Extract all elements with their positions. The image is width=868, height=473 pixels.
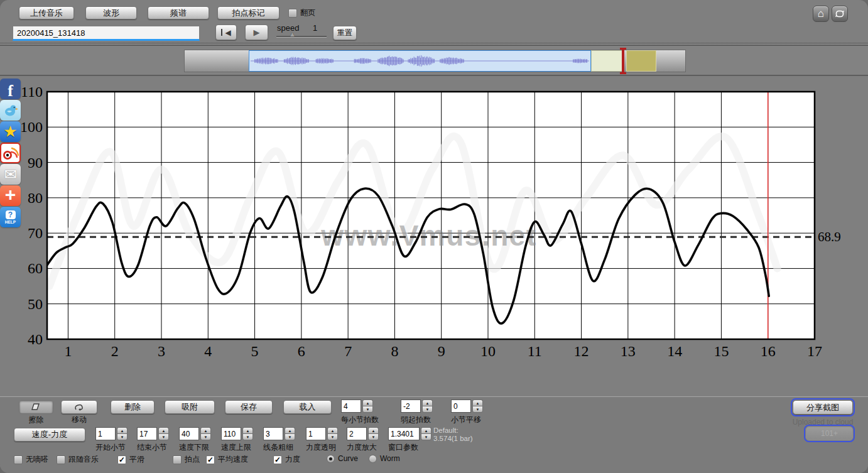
spinner-弱起拍数-input[interactable]	[401, 400, 421, 413]
spinner-线条粗细-input[interactable]	[263, 427, 283, 440]
svg-text:12: 12	[574, 343, 589, 359]
step-up-icon[interactable]: ▲	[422, 400, 433, 406]
beat-mark-button[interactable]: 拍点标记	[217, 6, 279, 19]
checkbox-label-平均速度: 平均速度	[218, 454, 248, 465]
spinner-力度放大-input[interactable]	[347, 427, 367, 440]
step-up-icon[interactable]: ▲	[200, 427, 211, 433]
checkbox-label-跟随音乐: 跟随音乐	[68, 454, 99, 465]
checkbox-option-平滑: ✓平滑	[117, 454, 144, 465]
waveform-selection[interactable]	[249, 50, 591, 72]
step-down-icon[interactable]: ▼	[362, 406, 373, 413]
spinner-力度放大-label: 力度放大	[347, 442, 377, 453]
radio-label-Curve: Curve	[338, 454, 358, 463]
checkbox-拍点[interactable]	[173, 455, 182, 464]
step-down-icon[interactable]: ▼	[242, 433, 253, 440]
svg-text:4: 4	[204, 343, 212, 359]
move-tool-button[interactable]	[61, 400, 97, 414]
upload-music-button[interactable]: 上传音乐	[19, 6, 74, 19]
step-up-icon[interactable]: ▲	[242, 427, 253, 433]
skip-to-start-button[interactable]: ◀	[215, 24, 237, 40]
window-default-text: Default: 3.574(1 bar)	[433, 427, 473, 443]
step-up-icon[interactable]: ▲	[472, 400, 483, 406]
svg-text:2: 2	[111, 343, 119, 359]
spinner-速度上限-input[interactable]	[221, 427, 241, 440]
move-icon	[73, 403, 85, 411]
filename-input[interactable]	[13, 26, 200, 41]
speed-slider-track[interactable]	[276, 36, 327, 37]
help-icon[interactable]: ? HELP	[0, 207, 21, 227]
spinner-窗口参数-input[interactable]	[388, 427, 420, 440]
mail-icon[interactable]: ✉	[0, 164, 21, 185]
fullscreen-button[interactable]	[832, 6, 848, 22]
step-up-icon[interactable]: ▲	[368, 427, 379, 433]
twitter-icon[interactable]	[0, 100, 21, 121]
checkbox-无嘀嗒[interactable]	[14, 455, 23, 464]
checkbox-跟随音乐[interactable]	[57, 455, 65, 464]
weibo-icon[interactable]	[0, 143, 21, 163]
svg-text:80: 80	[28, 190, 43, 206]
step-up-icon[interactable]: ▲	[327, 427, 338, 433]
save-button[interactable]: 保存	[225, 400, 273, 414]
addthis-share-icon[interactable]: +	[0, 185, 21, 206]
spinner-开始小节-stepper: ▲▼	[117, 427, 127, 440]
step-up-icon[interactable]: ▲	[158, 427, 169, 433]
spinner-每小节拍数-input[interactable]	[341, 400, 361, 413]
speed-slider-thumb[interactable]: ▲	[289, 30, 296, 38]
spinner-结束小节-input[interactable]	[137, 427, 157, 440]
snap-button[interactable]: 吸附	[165, 400, 215, 414]
loop-region-green[interactable]	[591, 50, 624, 72]
question-glyph: ?	[6, 210, 16, 219]
spectrum-view-button[interactable]: 频谱	[148, 6, 209, 19]
spinner-小节平移-input[interactable]	[451, 400, 471, 413]
radio-Worm[interactable]	[369, 455, 377, 463]
step-down-icon[interactable]: ▼	[327, 433, 338, 440]
svg-text:60: 60	[28, 260, 43, 276]
step-down-icon[interactable]: ▼	[472, 406, 483, 413]
step-down-icon[interactable]: ▼	[158, 433, 169, 440]
step-up-icon[interactable]: ▲	[421, 427, 431, 433]
tempo-curve-chart[interactable]: 1234567891011121314151617405060708090100…	[0, 76, 868, 367]
step-down-icon[interactable]: ▼	[421, 433, 431, 440]
spinner-速度下限-input[interactable]	[179, 427, 199, 440]
spinner-速度下限-label: 速度下限	[179, 442, 209, 453]
spinner-开始小节-input[interactable]	[95, 427, 116, 440]
buffer-region-khaki[interactable]	[626, 50, 656, 72]
step-down-icon[interactable]: ▼	[422, 406, 433, 413]
waveform-track[interactable]	[184, 50, 686, 72]
play-button[interactable]: ▶	[245, 24, 268, 40]
step-up-icon[interactable]: ▲	[362, 400, 373, 406]
step-up-icon[interactable]: ▲	[285, 427, 295, 433]
radio-Curve[interactable]	[327, 455, 335, 463]
facebook-glyph: f	[8, 82, 13, 101]
checkbox-力度[interactable]: ✓	[273, 455, 282, 464]
erase-tool-label: 擦除	[19, 415, 53, 425]
step-down-icon[interactable]: ▼	[117, 433, 127, 440]
facebook-icon[interactable]: f	[0, 79, 21, 99]
spinner-结束小节: ▲▼	[137, 427, 169, 440]
step-down-icon[interactable]: ▼	[368, 433, 379, 440]
step-up-icon[interactable]: ▲	[117, 427, 127, 433]
spinner-力度放大-stepper: ▲▼	[368, 427, 379, 440]
page-turn-checkbox[interactable]	[288, 9, 297, 18]
step-down-icon[interactable]: ▼	[285, 433, 295, 440]
share-screenshot-button[interactable]: 分享截图	[793, 400, 853, 415]
waveform-view-button[interactable]: 波形	[85, 6, 137, 19]
home-button[interactable]: ⌂	[813, 6, 829, 22]
load-button[interactable]: 载入	[283, 400, 332, 414]
playhead-cursor[interactable]	[622, 48, 624, 74]
step-down-icon[interactable]: ▼	[200, 433, 211, 440]
spinner-每小节拍数-label: 每小节拍数	[341, 415, 379, 425]
checkbox-平均速度[interactable]: ✓	[206, 455, 215, 464]
weibo-eye-glyph	[3, 146, 19, 161]
radio-option-Curve: Curve	[327, 454, 358, 463]
qzone-icon[interactable]: ★	[0, 121, 21, 142]
checkbox-平滑[interactable]: ✓	[117, 455, 126, 464]
svg-text:10: 10	[480, 343, 496, 359]
reset-button[interactable]: 重置	[333, 26, 357, 40]
erase-tool-button[interactable]	[19, 400, 53, 414]
delete-button[interactable]: 删除	[111, 400, 155, 414]
spinner-力度透明-input[interactable]	[306, 427, 326, 440]
tempo-dynamics-mode-button[interactable]: 速度-力度	[14, 428, 85, 442]
move-tool-label: 移动	[61, 415, 97, 425]
likes-count-button[interactable]: 101+	[806, 427, 853, 440]
